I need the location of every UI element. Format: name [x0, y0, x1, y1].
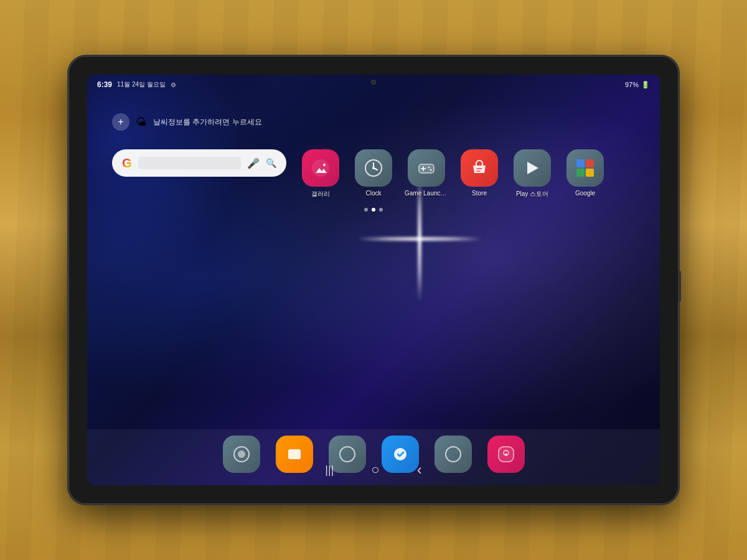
page-dot-3[interactable] — [379, 208, 383, 212]
google-search-bar[interactable]: G 🎤 🔍 — [112, 149, 286, 177]
home-content: + 🌤 날씨정보를 추가하려면 누르세요 G 🎤 🔍 — [87, 95, 660, 448]
google-logo: G — [122, 156, 132, 170]
svg-point-10 — [428, 167, 430, 169]
svg-point-11 — [430, 169, 432, 171]
gallery-icon — [302, 149, 339, 187]
svg-rect-16 — [586, 169, 594, 177]
lens-icon[interactable]: 🔍 — [266, 158, 276, 168]
store-label: Store — [472, 190, 487, 197]
svg-rect-14 — [586, 159, 594, 167]
store-icon — [461, 149, 498, 187]
settings-icon[interactable]: ⚙ — [171, 82, 176, 88]
game-launcher-label: Game Launcher — [405, 190, 448, 197]
page-dot-2[interactable] — [372, 208, 375, 212]
play-store-icon — [514, 149, 551, 187]
app-gallery[interactable]: 갤러리 — [299, 149, 342, 198]
weather-widget[interactable]: + 🌤 날씨정보를 추가하려면 누르세요 — [112, 113, 635, 131]
svg-point-0 — [312, 159, 329, 177]
microphone-icon[interactable]: 🎤 — [247, 157, 260, 169]
page-indicators — [112, 208, 635, 212]
app-store[interactable]: Store — [458, 149, 501, 198]
tablet-screen: 6:39 11월 24일 월요일 ⚙ 97% 🔋 + 🌤 날씨정보를 추가하려면… — [87, 75, 660, 485]
weather-icon: 🌤 — [136, 116, 147, 129]
weather-plus-icon: + — [118, 116, 123, 128]
google-icon — [566, 149, 604, 187]
svg-point-5 — [372, 167, 375, 169]
weather-add-button[interactable]: + — [112, 113, 129, 131]
svg-point-1 — [323, 164, 326, 166]
status-date: 11월 24일 월요일 — [117, 80, 166, 89]
app-grid: 갤러리 Clock — [299, 149, 607, 198]
volume-button[interactable] — [678, 271, 681, 302]
app-game-launcher[interactable]: Game Launcher — [405, 149, 448, 198]
battery-icon: 🔋 — [641, 81, 650, 89]
google-label: Google — [575, 190, 595, 197]
search-input[interactable] — [138, 157, 241, 169]
battery-text: 97% — [625, 81, 639, 88]
gallery-label: 갤러리 — [311, 190, 330, 198]
svg-marker-12 — [527, 162, 538, 174]
app-google[interactable]: Google — [563, 149, 607, 198]
svg-rect-15 — [576, 169, 585, 177]
game-launcher-icon — [408, 149, 445, 187]
clock-icon — [355, 149, 392, 187]
recent-apps-button[interactable]: ||| — [325, 464, 334, 477]
status-left: 6:39 11월 24일 월요일 ⚙ — [97, 80, 176, 89]
status-time: 6:39 — [97, 80, 112, 89]
tablet-device: 6:39 11월 24일 월요일 ⚙ 97% 🔋 + 🌤 날씨정보를 추가하려면… — [68, 56, 679, 504]
status-bar: 6:39 11월 24일 월요일 ⚙ 97% 🔋 — [87, 75, 660, 95]
home-button[interactable]: ○ — [371, 462, 379, 478]
app-clock[interactable]: Clock — [352, 149, 395, 198]
svg-rect-13 — [576, 159, 585, 167]
middle-section: G 🎤 🔍 — [112, 149, 635, 198]
status-right: 97% 🔋 — [625, 81, 650, 89]
weather-text: 날씨정보를 추가하려면 누르세요 — [153, 117, 262, 128]
app-play-store[interactable]: Play 스토어 — [510, 149, 554, 198]
clock-label: Clock — [365, 190, 381, 197]
play-store-label: Play 스토어 — [516, 190, 548, 198]
back-button[interactable]: ‹ — [417, 461, 422, 478]
page-dot-1[interactable] — [364, 208, 368, 212]
navigation-bar: ||| ○ ‹ — [87, 454, 660, 485]
